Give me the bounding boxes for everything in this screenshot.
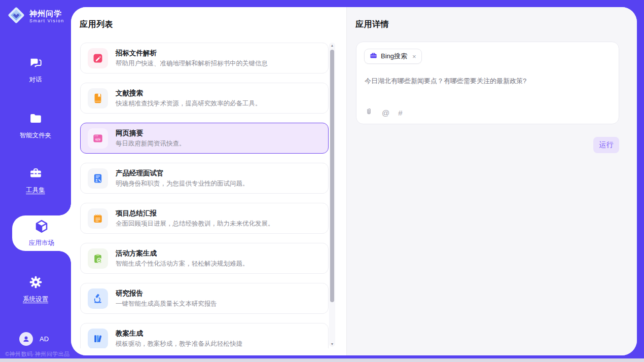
brand-logo: 神州问学 Smart Vision	[7, 6, 64, 26]
scrollbar[interactable]: ▲ ▼	[329, 43, 335, 347]
diamond-logo-icon	[7, 6, 25, 26]
sidebar-item-label: 应用市场	[29, 239, 54, 247]
gear-icon	[29, 275, 43, 291]
clipboard-check-icon	[88, 248, 108, 269]
sidebar-item-label: 智能文件夹	[20, 131, 52, 140]
app-desc: 模板驱动，教案秒成，教学准备从此轻松快捷	[116, 341, 242, 347]
app-card-list: 招标文件解析 帮助用户快速、准确地理解和解析招标书中的关键信息 文献搜索 快速精…	[80, 43, 329, 348]
app-card-bid-parse[interactable]: 招标文件解析 帮助用户快速、准确地理解和解析招标书中的关键信息	[80, 43, 329, 74]
interviewer-document-icon	[88, 168, 108, 189]
close-icon[interactable]: ×	[412, 53, 416, 60]
app-title: 产品经理面试官	[116, 170, 249, 177]
sidebar-item-chat[interactable]: 对话	[0, 56, 71, 84]
app-title: 活动方案生成	[116, 250, 249, 257]
brand-name: 神州问学	[29, 9, 64, 18]
tool-tag-label: Bing搜索	[381, 52, 407, 61]
app-card-activity-plan[interactable]: 活动方案生成 智能生成个性化活动方案，轻松解决规划难题。	[80, 243, 329, 274]
webpage-icon: </>	[88, 128, 108, 149]
book-icon	[88, 88, 108, 108]
bid-document-icon	[88, 48, 108, 68]
app-card-research-report[interactable]: 研究报告 一键智能生成高质量长文本研究报告	[80, 283, 329, 314]
books-icon	[88, 329, 108, 349]
mention-icon[interactable]: @	[382, 109, 389, 117]
user-account[interactable]: AD	[19, 332, 49, 346]
paperclip-icon[interactable]	[365, 107, 373, 118]
app-desc: 一键智能生成高质量长文本研究报告	[116, 301, 217, 307]
query-input[interactable]: 今日湖北有哪些新闻要点？有哪些需要关注的最新政策?	[365, 76, 611, 86]
toolbox-icon	[29, 166, 43, 182]
app-card-literature-search[interactable]: 文献搜索 快速精准查找学术资源，提高研究效率的必备工具。	[80, 83, 329, 114]
sidebar-item-label: 工具集	[26, 186, 45, 195]
hash-icon[interactable]: #	[398, 109, 402, 117]
app-desc: 明确身份和职责，为您提供专业性的面试问题。	[116, 180, 249, 187]
svg-text:</>: </>	[95, 137, 101, 140]
app-title: 项目总结汇报	[116, 210, 274, 217]
app-card-lesson-plan[interactable]: 教案生成 模板驱动，教案秒成，教学准备从此轻松快捷	[80, 323, 329, 348]
scroll-up-icon[interactable]: ▲	[329, 44, 335, 47]
query-card: Bing搜索 × 今日湖北有哪些新闻要点？有哪些需要关注的最新政策? @ #	[356, 42, 619, 124]
app-detail-panel: 应用详情 Bing搜索 × 今日湖北有哪些新闻要点？有哪些需要关注的最新政策?	[346, 7, 637, 355]
sidebar-item-label: 系统设置	[23, 295, 48, 304]
app-card-pm-interviewer[interactable]: 产品经理面试官 明确身份和职责，为您提供专业性的面试问题。	[80, 163, 329, 194]
copyright-footer: ©神州数码·神州问学出品	[5, 350, 70, 358]
microscope-icon	[88, 288, 108, 309]
app-detail-title: 应用详情	[355, 19, 389, 30]
tool-tag-bing-search[interactable]: Bing搜索 ×	[364, 49, 422, 64]
app-desc: 智能生成个性化活动方案，轻松解决规划难题。	[116, 261, 249, 267]
app-desc: 快速精准查找学术资源，提高研究效率的必备工具。	[116, 100, 262, 107]
app-list-panel: 应用列表 招标文件解析 帮助用户快速、准确地理解和解析招标书中的关键信息	[71, 7, 346, 355]
app-card-project-summary[interactable]: 项目总结汇报 全面回顾项目进展，总结经验教训，助力未来优化发展。	[80, 203, 329, 234]
app-desc: 每日政府新闻资讯快查。	[116, 140, 186, 147]
sidebar-item-smart-folder[interactable]: 智能文件夹	[0, 112, 71, 140]
brand-subtitle: Smart Vision	[29, 18, 64, 23]
sidebar-item-label: 对话	[29, 76, 42, 84]
sidebar: 神州问学 Smart Vision 对话 智能文件夹	[0, 0, 71, 362]
app-title: 研究报告	[116, 290, 217, 297]
input-toolbar: @ #	[365, 107, 403, 118]
scroll-down-icon[interactable]: ▼	[329, 342, 335, 346]
bottom-strip	[0, 358, 644, 362]
app-desc: 全面回顾项目进展，总结经验教训，助力未来优化发展。	[116, 221, 274, 227]
briefcase-icon	[370, 52, 377, 61]
avatar	[19, 332, 33, 346]
app-title: 教案生成	[116, 330, 242, 337]
user-name: AD	[40, 335, 49, 343]
sidebar-item-app-market-active[interactable]: 应用市场	[12, 215, 71, 251]
cube-icon	[34, 219, 49, 236]
scrollbar-thumb[interactable]	[330, 50, 334, 302]
app-title: 文献搜索	[116, 90, 262, 97]
app-desc: 帮助用户快速、准确地理解和解析招标书中的关键信息	[116, 60, 268, 67]
app-title: 网页摘要	[116, 130, 186, 137]
app-card-web-summary[interactable]: </> 网页摘要 每日政府新闻资讯快查。	[80, 123, 329, 154]
folder-icon	[29, 112, 43, 127]
app-list-title: 应用列表	[80, 19, 113, 30]
sidebar-item-toolbox[interactable]: 工具集	[0, 166, 71, 195]
main-panel: 应用列表 招标文件解析 帮助用户快速、准确地理解和解析招标书中的关键信息	[71, 7, 637, 355]
app-title: 招标文件解析	[116, 50, 268, 57]
chat-icon	[29, 56, 43, 71]
notepad-icon	[88, 208, 108, 229]
run-button[interactable]: 运行	[593, 137, 619, 153]
sidebar-item-settings[interactable]: 系统设置	[0, 275, 71, 304]
